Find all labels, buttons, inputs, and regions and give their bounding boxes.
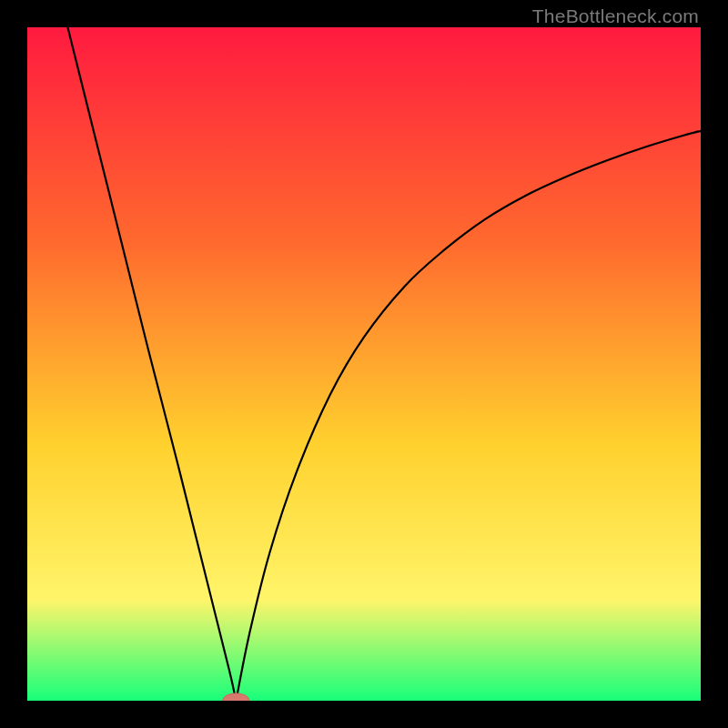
bottleneck-chart	[27, 27, 701, 701]
gradient-background	[27, 27, 701, 701]
chart-frame	[27, 27, 701, 701]
watermark-text: TheBottleneck.com	[532, 5, 699, 27]
